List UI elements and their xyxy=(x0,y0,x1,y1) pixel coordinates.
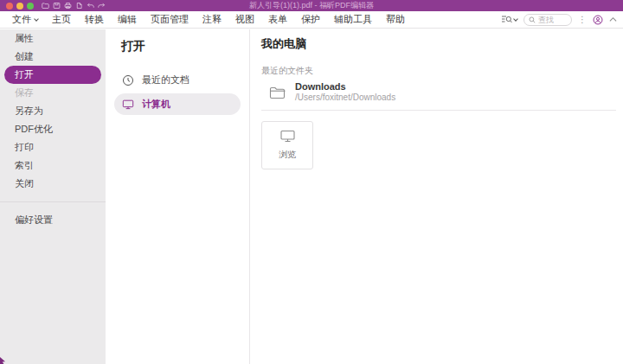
menubar-right-controls: ⋮ xyxy=(501,14,617,26)
redo-icon[interactable] xyxy=(98,2,106,10)
sidebar-item-4: 保存 xyxy=(0,84,106,102)
menu-item-label: 注释 xyxy=(202,13,222,26)
backstage-view: 属性创建打开保存另存为PDF优化打印索引关闭偏好设置 打开 最近的文档计算机 我… xyxy=(0,29,623,364)
recent-folders-label: 最近的文件夹 xyxy=(261,65,616,77)
sidebar-item-3[interactable]: 打开 xyxy=(4,66,101,84)
computer-icon xyxy=(122,99,134,111)
menu-item-5[interactable]: 页面管理 xyxy=(144,13,196,26)
chevron-down-icon xyxy=(34,16,39,22)
collapse-ribbon-icon[interactable] xyxy=(609,16,617,23)
sidebar-item-6[interactable]: PDF优化 xyxy=(0,120,106,138)
folder-path: /Users/foxitnet/Downloads xyxy=(295,93,395,103)
menu-item-label: 保护 xyxy=(301,13,320,26)
menu-item-11[interactable]: 帮助 xyxy=(379,13,412,26)
sidebar-item-2[interactable]: 创建 xyxy=(0,48,106,66)
divider xyxy=(261,110,616,111)
folder-text: Downloads/Users/foxitnet/Downloads xyxy=(295,81,395,103)
save-icon[interactable] xyxy=(53,2,61,10)
sidebar-item-1[interactable]: 属性 xyxy=(0,29,106,48)
chevron-down-icon xyxy=(513,16,518,22)
menu-item-label: 主页 xyxy=(52,13,71,26)
search-icon xyxy=(529,16,536,23)
menubar: 文件主页转换编辑页面管理注释视图表单保护辅助工具帮助 ⋮ xyxy=(0,11,623,29)
file-menu-sidebar: 属性创建打开保存另存为PDF优化打印索引关闭偏好设置 xyxy=(0,29,106,364)
folder-icon xyxy=(269,86,286,99)
open-location-list: 最近的文档计算机 xyxy=(106,69,249,115)
menu-item-7[interactable]: 视图 xyxy=(228,13,261,26)
print-icon[interactable] xyxy=(64,2,72,10)
sidebar-item-8[interactable]: 索引 xyxy=(0,156,106,175)
mouse-cursor xyxy=(0,356,7,364)
computer-panel: 我的电脑 最近的文件夹 Downloads/Users/foxitnet/Dow… xyxy=(251,29,623,364)
sidebar-item-7[interactable]: 打印 xyxy=(0,138,106,156)
browse-button[interactable]: 浏览 xyxy=(261,121,313,169)
menu-item-label: 编辑 xyxy=(118,13,137,26)
menu-item-4[interactable]: 编辑 xyxy=(111,13,144,26)
menu-item-label: 视图 xyxy=(235,13,254,26)
computer-panel-title: 我的电脑 xyxy=(261,36,616,52)
menu-item-label: 转换 xyxy=(85,13,104,26)
recent-folder-row[interactable]: Downloads/Users/foxitnet/Downloads xyxy=(261,81,616,103)
menu-item-8[interactable]: 表单 xyxy=(261,13,294,26)
sidebar-item-preferences[interactable]: 偏好设置 xyxy=(0,211,106,229)
clock-icon xyxy=(122,74,134,86)
find-replace-dropdown[interactable] xyxy=(501,15,517,24)
browse-label: 浏览 xyxy=(279,149,296,161)
menu-item-2[interactable]: 主页 xyxy=(45,13,78,26)
more-options-icon[interactable]: ⋮ xyxy=(578,16,587,24)
menu-item-10[interactable]: 辅助工具 xyxy=(327,13,379,26)
computer-icon xyxy=(280,130,295,143)
minimize-window-button[interactable] xyxy=(16,3,23,10)
open-panel: 打开 最近的文档计算机 xyxy=(106,29,250,364)
open-location-label: 计算机 xyxy=(142,98,170,111)
document-icon[interactable] xyxy=(75,2,83,10)
traffic-lights xyxy=(6,3,34,10)
menu-item-label: 页面管理 xyxy=(151,13,189,26)
folder-name: Downloads xyxy=(295,81,395,93)
open-folder-icon[interactable] xyxy=(42,2,49,10)
open-location-label: 最近的文档 xyxy=(142,73,189,86)
titlebar: 新人引导(1)(1).pdf - 福昕PDF编辑器 xyxy=(0,0,623,11)
open-location-computer[interactable]: 计算机 xyxy=(114,93,241,115)
menu-item-label: 表单 xyxy=(268,13,287,26)
maximize-window-button[interactable] xyxy=(27,3,34,10)
menu-items: 文件主页转换编辑页面管理注释视图表单保护辅助工具帮助 xyxy=(5,13,412,26)
sidebar-divider xyxy=(0,201,106,202)
find-input[interactable] xyxy=(538,16,567,24)
menu-item-6[interactable]: 注释 xyxy=(196,13,228,26)
account-icon[interactable] xyxy=(593,15,603,25)
quick-access-toolbar xyxy=(42,2,106,10)
undo-icon[interactable] xyxy=(87,2,94,10)
find-search-box[interactable] xyxy=(523,14,572,26)
menu-item-label: 文件 xyxy=(12,13,31,26)
menu-item-3[interactable]: 转换 xyxy=(78,13,111,26)
open-location-clock[interactable]: 最近的文档 xyxy=(114,69,241,91)
open-panel-title: 打开 xyxy=(121,39,249,54)
sidebar-item-5[interactable]: 另存为 xyxy=(0,102,106,120)
menu-item-label: 辅助工具 xyxy=(334,13,372,26)
recent-folders-list: Downloads/Users/foxitnet/Downloads xyxy=(261,81,616,103)
close-window-button[interactable] xyxy=(6,3,13,10)
menu-item-label: 帮助 xyxy=(386,13,405,26)
menu-item-1[interactable]: 文件 xyxy=(5,13,45,26)
menu-item-9[interactable]: 保护 xyxy=(294,13,327,26)
sidebar-item-9[interactable]: 关闭 xyxy=(0,175,106,193)
